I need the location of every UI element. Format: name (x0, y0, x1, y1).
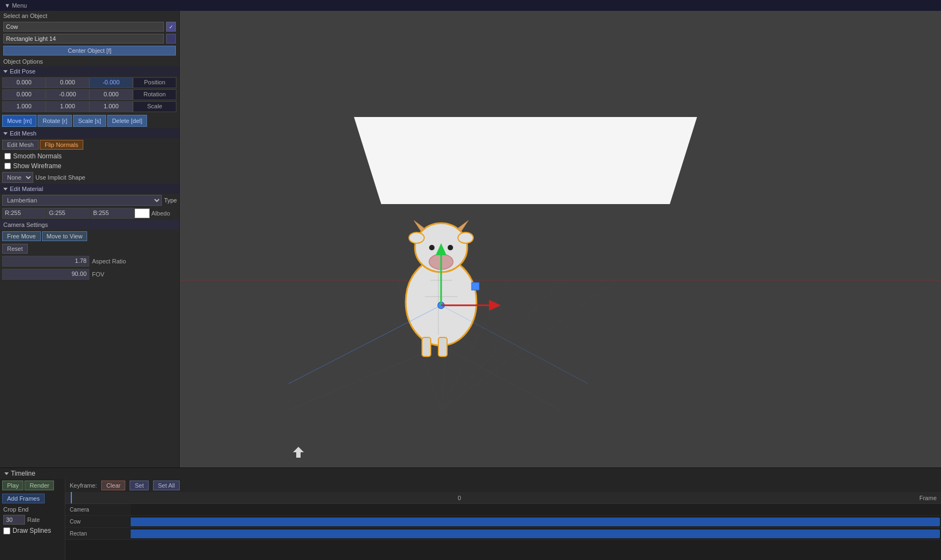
pos-y-val[interactable]: 0.000 (46, 77, 89, 88)
free-move-btn[interactable]: Free Move (2, 231, 41, 241)
fov-row: 90.00 FOV (0, 268, 179, 281)
viewport[interactable] (180, 11, 941, 467)
keyframe-label: Keyframe: (70, 482, 97, 489)
object-options-header: Object Options (0, 57, 179, 66)
delete-btn[interactable]: Delete [del] (107, 115, 148, 127)
svg-point-14 (409, 232, 424, 243)
play-btn[interactable]: Play (2, 481, 23, 490)
svg-point-13 (415, 223, 467, 272)
keyframe-bar: Keyframe: Clear Set Set All (65, 479, 941, 492)
rect-track-bar (71, 530, 940, 538)
edit-mesh-header[interactable]: Edit Mesh (0, 128, 179, 138)
rot-x-val[interactable]: 0.000 (2, 89, 46, 100)
timeline-left-panel: Play Render Add Frames Crop End Rate Dra… (0, 479, 65, 560)
position-row: 0.000 0.000 -0.000 Position (2, 77, 177, 88)
rotate-btn[interactable]: Rotate [r] (38, 115, 72, 127)
aspect-ratio-label: Aspect Ratio (90, 256, 177, 267)
edit-mesh-triangle (3, 132, 8, 135)
edit-pose-triangle (3, 70, 8, 73)
rate-input[interactable] (3, 515, 25, 525)
move-btn[interactable]: Move [m] (2, 115, 36, 127)
set-btn[interactable]: Set (130, 481, 149, 490)
implicit-shape-dropdown[interactable]: None (2, 172, 33, 183)
edit-material-label: Edit Material (10, 186, 43, 192)
action-buttons: Move [m] Rotate [r] Scale [s] Delete [de… (0, 113, 179, 128)
move-to-view-btn[interactable]: Move to View (42, 231, 88, 241)
edit-material-header[interactable]: Edit Material (0, 184, 179, 194)
left-panel: Select an Object ✓ Center Object [f] Obj… (0, 11, 180, 467)
rot-y-val[interactable]: -0.000 (46, 89, 89, 100)
draw-splines-checkbox[interactable] (3, 527, 10, 534)
svg-line-31 (441, 305, 588, 384)
frame-label: Frame (919, 495, 937, 501)
smooth-normals-checkbox[interactable] (4, 153, 11, 159)
edit-mesh-label: Edit Mesh (10, 130, 36, 137)
crop-end-label[interactable]: Crop End (0, 505, 65, 514)
menu-bar[interactable]: ▼ Menu (0, 0, 941, 11)
scale-btn[interactable]: Scale [s] (73, 115, 106, 127)
camera-buttons: Free Move Move to View (0, 230, 179, 243)
g-value[interactable]: G:255 (46, 208, 90, 219)
r-value[interactable]: R:255 (2, 208, 46, 219)
timeline-tracks[interactable]: Camera Cow Rectan (65, 504, 941, 560)
svg-line-6 (441, 280, 615, 410)
svg-point-24 (438, 302, 444, 309)
select-object-label: Select an Object (0, 11, 179, 21)
track-name-camera: Camera (65, 504, 131, 516)
show-wireframe-label: Show Wireframe (13, 162, 62, 170)
material-type-row: Lambertian Type (0, 194, 179, 207)
cow-checkmark-btn[interactable]: ✓ (166, 22, 176, 32)
svg-line-10 (289, 346, 441, 410)
svg-line-11 (441, 346, 561, 410)
b-value[interactable]: B:255 (90, 208, 134, 219)
edit-material-triangle (3, 188, 8, 190)
edit-pose-header[interactable]: Edit Pose (0, 66, 179, 76)
show-wireframe-checkbox[interactable] (4, 163, 11, 169)
pos-x-val[interactable]: 0.000 (2, 77, 46, 88)
rotation-label: Rotation (133, 89, 176, 100)
scale-x-val[interactable]: 1.000 (2, 101, 46, 112)
render-btn[interactable]: Render (25, 481, 54, 490)
track-name-cow: Cow (65, 516, 131, 528)
svg-line-7 (398, 280, 561, 362)
timeline-header[interactable]: Timeline (0, 468, 941, 479)
cow-track-bar (71, 518, 940, 526)
rect-light-shape (354, 117, 697, 204)
aspect-ratio-value[interactable]: 1.78 (2, 256, 89, 267)
position-label: Position (133, 77, 176, 88)
color-swatch[interactable] (135, 208, 150, 218)
fov-value[interactable]: 90.00 (2, 269, 89, 280)
playhead[interactable] (71, 492, 72, 503)
svg-rect-29 (472, 282, 479, 290)
scale-z-val[interactable]: 1.000 (89, 101, 133, 112)
center-object-btn[interactable]: Center Object [f] (3, 46, 176, 56)
svg-line-9 (398, 307, 561, 395)
object-cow-input[interactable] (3, 22, 164, 32)
flip-normals-btn[interactable]: Flip Normals (40, 140, 83, 150)
add-frames-btn[interactable]: Add Frames (2, 494, 45, 503)
object-rect-input[interactable] (3, 34, 164, 44)
svg-rect-16 (422, 337, 431, 356)
track-names-overlay: Camera Cow Rectan (65, 504, 131, 540)
rect-light-indicator (166, 34, 176, 44)
svg-line-30 (289, 305, 441, 384)
svg-marker-28 (489, 300, 501, 311)
timeline-ruler[interactable]: 0 Frame (65, 492, 941, 504)
reset-btn[interactable]: Reset (2, 244, 28, 254)
track-name-rect: Rectan (65, 528, 131, 540)
camera-settings-header: Camera Settings (0, 220, 179, 230)
set-all-btn[interactable]: Set All (153, 481, 180, 490)
scale-y-val[interactable]: 1.000 (46, 101, 89, 112)
menu-label[interactable]: ▼ Menu (4, 2, 27, 9)
frame-number: 0 (458, 495, 461, 501)
material-type-dropdown[interactable]: Lambertian (2, 195, 162, 206)
scale-row: 1.000 1.000 1.000 Scale (2, 101, 177, 112)
edit-mesh-btn[interactable]: Edit Mesh (2, 140, 39, 150)
fov-label: FOV (90, 269, 177, 280)
pos-z-val[interactable]: -0.000 (89, 77, 133, 88)
smooth-normals-label: Smooth Normals (13, 152, 62, 160)
rot-z-val[interactable]: 0.000 (89, 89, 133, 100)
svg-point-20 (448, 245, 453, 250)
clear-btn[interactable]: Clear (101, 481, 125, 490)
svg-rect-0 (180, 68, 941, 410)
